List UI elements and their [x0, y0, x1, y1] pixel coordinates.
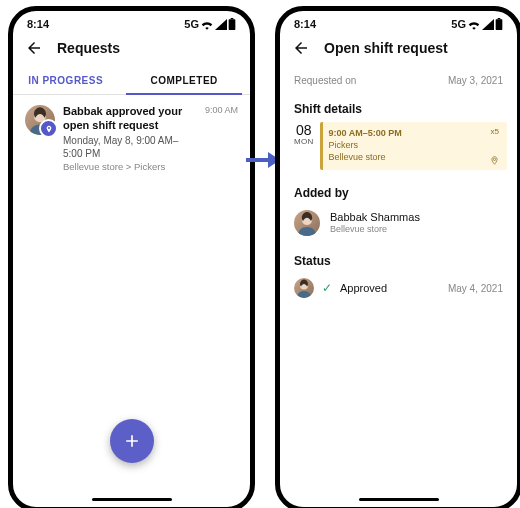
header: Requests: [13, 33, 250, 67]
phone-open-shift-request: 8:14 5G Open shift request Requested on …: [275, 6, 520, 508]
tabs: IN PROGRESS COMPLETED: [13, 67, 250, 95]
shift-details-header: Shift details: [280, 92, 517, 122]
status-header: Status: [280, 244, 517, 274]
shift-store: Bellevue store: [329, 151, 484, 163]
signal-icon: [215, 19, 227, 30]
request-datetime: Monday, May 8, 9:00 AM–5:00 PM: [63, 134, 195, 161]
added-by-name: Babbak Shammas: [330, 211, 420, 224]
home-indicator: [92, 498, 172, 501]
shift-time: 9:00 AM–5:00 PM: [329, 127, 484, 139]
network-label: 5G: [184, 18, 199, 30]
svg-rect-0: [229, 19, 236, 30]
svg-rect-1: [231, 18, 234, 19]
network-label: 5G: [451, 18, 466, 30]
header: Open shift request: [280, 33, 517, 67]
added-by-row: Babbak Shammas Bellevue store: [280, 206, 517, 244]
plus-icon: [122, 431, 142, 451]
status-bar: 8:14 5G: [280, 11, 517, 33]
avatar: [25, 105, 55, 135]
shift-day-of-week: MON: [294, 138, 314, 146]
avatar: [294, 210, 320, 236]
signal-icon: [482, 19, 494, 30]
status-bar: 8:14 5G: [13, 11, 250, 33]
location-icon: [490, 156, 499, 165]
wifi-icon: [467, 19, 481, 30]
shift-day-number: 08: [294, 123, 314, 138]
status-icons: 5G: [184, 18, 236, 30]
status-date: May 4, 2021: [448, 283, 503, 294]
clock: 8:14: [27, 18, 49, 30]
shift-group: Pickers: [329, 139, 484, 151]
requested-on-date: May 3, 2021: [448, 75, 503, 86]
back-icon[interactable]: [292, 39, 310, 57]
shift-count: x5: [491, 127, 499, 136]
shift-row: 08 MON 9:00 AM–5:00 PM Pickers Bellevue …: [294, 122, 507, 170]
page-title: Open shift request: [324, 40, 448, 56]
check-icon: ✓: [322, 281, 332, 295]
battery-icon: [495, 18, 503, 30]
status-value: Approved: [340, 282, 387, 294]
request-location: Bellevue store > Pickers: [63, 161, 195, 174]
add-request-button[interactable]: [110, 419, 154, 463]
added-by-header: Added by: [280, 176, 517, 206]
svg-rect-3: [496, 19, 503, 30]
shift-card[interactable]: 9:00 AM–5:00 PM Pickers Bellevue store x…: [320, 122, 507, 170]
clock: 8:14: [294, 18, 316, 30]
tab-completed[interactable]: COMPLETED: [118, 67, 250, 94]
phone-requests: 8:14 5G Requests IN PROGRESS COMPLETED: [8, 6, 255, 508]
shift-date: 08 MON: [294, 122, 314, 170]
status-row: ✓ Approved May 4, 2021: [280, 274, 517, 302]
added-by-store: Bellevue store: [330, 224, 420, 235]
status-icons: 5G: [451, 18, 503, 30]
page-title: Requests: [57, 40, 120, 56]
wifi-icon: [200, 19, 214, 30]
svg-rect-4: [498, 18, 501, 19]
request-timestamp: 9:00 AM: [205, 105, 238, 173]
tab-in-progress[interactable]: IN PROGRESS: [13, 67, 118, 94]
requested-on-label: Requested on: [294, 75, 356, 86]
avatar: [294, 278, 314, 298]
requested-row: Requested on May 3, 2021: [280, 67, 517, 92]
request-item[interactable]: Babbak approved your open shift request …: [13, 95, 250, 183]
battery-icon: [228, 18, 236, 30]
back-icon[interactable]: [25, 39, 43, 57]
approved-badge-icon: [39, 119, 58, 138]
home-indicator: [359, 498, 439, 501]
request-title: Babbak approved your open shift request: [63, 105, 195, 133]
